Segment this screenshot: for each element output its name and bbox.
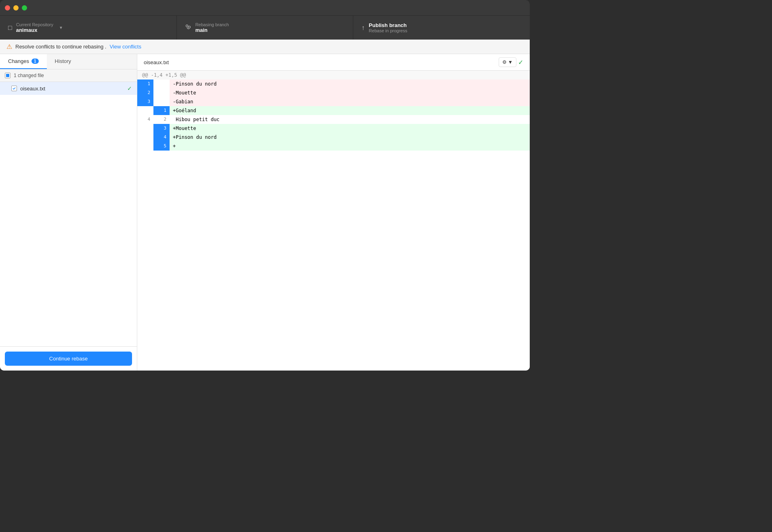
tab-changes-badge: 1 [31,59,39,64]
traffic-lights [5,5,27,10]
diff-line-nums: 1 [137,106,170,115]
titlebar [0,0,530,15]
repo-section[interactable]: □ Current Repository animaux ▼ [0,16,177,40]
select-all-checkbox[interactable] [5,73,10,78]
diff-new-num: 3 [153,124,170,133]
file-name: oiseaux.txt [20,86,124,92]
diff-new-num [153,97,170,106]
diff-line-nums: 2 [137,88,170,97]
repo-name: animaux [16,27,53,33]
file-list-body: oiseaux.txt ✓ [0,82,137,346]
diff-settings-button[interactable]: ⚙ ▼ [499,57,516,67]
tab-changes-label: Changes [8,58,29,64]
view-conflicts-link[interactable]: View conflicts [109,44,141,50]
publish-text: Publish branch Rebase in progress [369,22,407,33]
diff-line: 4 2 Hibou petit duc [137,115,530,124]
publish-sub: Rebase in progress [369,28,407,33]
gear-icon: ⚙ [502,59,507,65]
diff-line: 1 -Pinson du nord [137,80,530,88]
diff-line-nums: 3 [137,97,170,106]
repo-icon: □ [8,24,12,31]
diff-new-num [153,88,170,97]
diff-line: 3 -Gabian [137,97,530,106]
file-item[interactable]: oiseaux.txt ✓ [0,82,137,95]
branch-section[interactable]: Rebasing branch main [177,16,354,40]
bottom-section: Continue rebase [0,346,137,371]
alert-message: Resolve conflicts to continue rebasing . [15,44,106,50]
maximize-button[interactable] [22,5,27,10]
repo-text: Current Repository animaux [16,22,53,33]
topbar: □ Current Repository animaux ▼ Rebasing … [0,15,530,40]
diff-header: oiseaux.txt ⚙ ▼ ✓ [137,54,530,71]
branch-name: main [195,27,229,33]
diff-line-content: +Mouette [170,124,530,133]
diff-old-num: 4 [137,115,153,124]
alert-bar: ⚠ Resolve conflicts to continue rebasing… [0,40,530,54]
diff-old-num [137,142,153,151]
diff-line-nums: 5 [137,142,170,151]
diff-new-num: 4 [153,133,170,142]
minimize-button[interactable] [13,5,19,10]
branch-label: Rebasing branch [195,22,229,27]
diff-line-content: Hibou petit duc [170,115,530,124]
repo-label: Current Repository [16,22,53,27]
tabs: Changes 1 History [0,54,137,69]
tab-history-label: History [55,58,71,64]
diff-line-content: +Pinson du nord [170,133,530,142]
diff-hunk-header: @@ -1,4 +1,5 @@ [137,71,530,80]
tab-changes[interactable]: Changes 1 [0,54,47,69]
diff-line-content: -Pinson du nord [170,80,530,88]
diff-line-content: + [170,142,530,151]
right-panel: oiseaux.txt ⚙ ▼ ✓ @@ -1,4 +1,5 @@ [137,54,530,371]
hunk-header-text: @@ -1,4 +1,5 @@ [142,72,186,78]
file-checkbox[interactable] [11,86,17,91]
diff-old-num [137,106,153,115]
diff-line-nums: 1 [137,80,170,88]
diff-filename: oiseaux.txt [144,59,499,65]
diff-new-num: 2 [153,115,170,124]
panels: Changes 1 History 1 changed file [0,54,530,371]
continue-rebase-button[interactable]: Continue rebase [5,352,132,366]
diff-content[interactable]: @@ -1,4 +1,5 @@ 1 -Pinson du nord 2 [137,71,530,371]
diff-old-num: 2 [137,88,153,97]
main-content: ⚠ Resolve conflicts to continue rebasing… [0,40,530,371]
diff-old-num [137,124,153,133]
diff-line-content: -Mouette [170,88,530,97]
branch-icon [185,24,191,32]
diff-new-num: 5 [153,142,170,151]
diff-check-icon[interactable]: ✓ [518,59,523,66]
close-button[interactable] [5,5,10,10]
diff-old-num [137,133,153,142]
diff-line-content: -Gabian [170,97,530,106]
repo-dropdown-icon: ▼ [59,25,63,30]
diff-old-num: 3 [137,97,153,106]
diff-old-num: 1 [137,80,153,88]
diff-line: 5 + [137,142,530,151]
file-resolved-icon: ✓ [127,85,132,92]
publish-section[interactable]: ↑ Publish branch Rebase in progress [353,16,530,40]
diff-actions: ⚙ ▼ ✓ [499,57,523,67]
changed-files-count: 1 changed file [14,73,44,78]
diff-line: 3 +Mouette [137,124,530,133]
diff-new-num [153,80,170,88]
diff-line-content: +Goéland [170,106,530,115]
diff-new-num: 1 [153,106,170,115]
branch-text: Rebasing branch main [195,22,229,33]
diff-line-nums: 3 [137,124,170,133]
tab-history[interactable]: History [47,54,79,69]
diff-line: 1 +Goéland [137,106,530,115]
publish-label: Publish branch [369,22,407,28]
left-panel: Changes 1 History 1 changed file [0,54,137,371]
file-list-header: 1 changed file [0,69,137,82]
diff-line-nums: 4 2 [137,115,170,124]
diff-line-nums: 4 [137,133,170,142]
warning-icon: ⚠ [6,43,12,50]
diff-line: 2 -Mouette [137,88,530,97]
diff-line: 4 +Pinson du nord [137,133,530,142]
publish-icon: ↑ [361,24,365,31]
dropdown-arrow: ▼ [508,59,513,65]
